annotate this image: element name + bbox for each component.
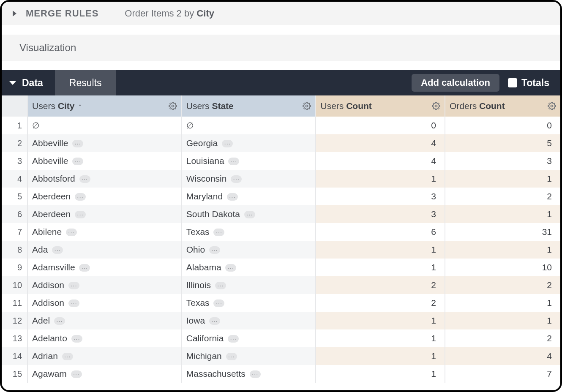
cell-city[interactable]: Abbeville ··· (27, 152, 182, 170)
cell-orders-count[interactable]: 31 (445, 223, 560, 241)
merge-rules-header[interactable]: MERGE RULES Order Items 2 by City (2, 2, 560, 25)
drill-pill-icon[interactable]: ··· (66, 229, 77, 236)
drill-pill-icon[interactable]: ··· (72, 158, 83, 165)
cell-orders-count[interactable]: 2 (445, 329, 560, 347)
cell-city[interactable]: Addison ··· (27, 294, 182, 312)
cell-orders-count[interactable]: 4 (445, 347, 560, 365)
cell-city[interactable]: Abbeville ··· (27, 134, 182, 152)
cell-city[interactable]: Adelanto ··· (27, 329, 182, 347)
cell-state[interactable]: Louisiana ··· (182, 152, 316, 170)
gear-icon[interactable] (169, 102, 177, 110)
cell-city[interactable]: Aberdeen ··· (27, 188, 182, 205)
drill-pill-icon[interactable]: ··· (226, 353, 237, 360)
cell-state[interactable]: Georgia ··· (182, 134, 316, 152)
cell-orders-count[interactable]: 5 (445, 134, 560, 152)
cell-users-count[interactable]: 2 (316, 276, 445, 294)
drill-pill-icon[interactable]: ··· (54, 317, 65, 325)
gear-icon[interactable] (548, 102, 556, 110)
cell-users-count[interactable]: 1 (316, 170, 445, 188)
drill-pill-icon[interactable]: ··· (209, 317, 220, 325)
cell-orders-count[interactable]: 2 (445, 188, 560, 205)
drill-pill-icon[interactable]: ··· (225, 264, 236, 272)
cell-orders-count[interactable]: 2 (445, 276, 560, 294)
cell-state[interactable]: Texas ··· (182, 294, 316, 312)
cell-state[interactable]: California ··· (182, 329, 316, 347)
drill-pill-icon[interactable]: ··· (72, 140, 83, 147)
drill-pill-icon[interactable]: ··· (231, 175, 242, 183)
cell-orders-count[interactable]: 0 (445, 117, 560, 134)
cell-city[interactable]: Agawam ··· (27, 365, 182, 383)
visualization-header[interactable]: Visualization (2, 35, 560, 61)
drill-pill-icon[interactable]: ··· (75, 193, 86, 201)
drill-pill-icon[interactable]: ··· (71, 335, 82, 343)
cell-users-count[interactable]: 3 (316, 188, 445, 205)
drill-pill-icon[interactable]: ··· (79, 264, 90, 272)
cell-city[interactable]: Adamsville ··· (27, 259, 182, 276)
cell-users-count[interactable]: 4 (316, 134, 445, 152)
gear-icon[interactable] (432, 102, 440, 110)
col-header-orders-count[interactable]: Orders Count (445, 95, 560, 117)
cell-city[interactable]: Adrian ··· (27, 347, 182, 365)
cell-city[interactable]: Adel ··· (27, 312, 182, 329)
cell-state[interactable]: Iowa ··· (182, 312, 316, 329)
drill-pill-icon[interactable]: ··· (75, 211, 86, 218)
cell-users-count[interactable]: 1 (316, 347, 445, 365)
cell-users-count[interactable]: 1 (316, 312, 445, 329)
cell-state[interactable]: Michigan ··· (182, 347, 316, 365)
drill-pill-icon[interactable]: ··· (228, 335, 239, 343)
col-header-users-count[interactable]: Users Count (316, 95, 445, 117)
cell-city[interactable]: Addison ··· (27, 276, 182, 294)
drill-pill-icon[interactable]: ··· (227, 193, 238, 201)
drill-pill-icon[interactable]: ··· (213, 229, 224, 236)
tab-data[interactable]: Data (2, 70, 55, 95)
drill-pill-icon[interactable]: ··· (71, 370, 82, 378)
drill-pill-icon[interactable]: ··· (68, 282, 79, 289)
col-header-state[interactable]: Users State (182, 95, 316, 117)
cell-city[interactable]: Abilene ··· (27, 223, 182, 241)
cell-users-count[interactable]: 4 (316, 152, 445, 170)
drill-pill-icon[interactable]: ··· (215, 282, 226, 289)
gear-icon[interactable] (303, 102, 311, 110)
cell-users-count[interactable]: 6 (316, 223, 445, 241)
drill-pill-icon[interactable]: ··· (62, 353, 73, 360)
cell-state[interactable]: Illinois ··· (182, 276, 316, 294)
cell-users-count[interactable]: 1 (316, 329, 445, 347)
cell-state[interactable]: Alabama ··· (182, 259, 316, 276)
cell-orders-count[interactable]: 10 (445, 259, 560, 276)
drill-pill-icon[interactable]: ··· (213, 299, 224, 307)
tab-results[interactable]: Results (55, 70, 116, 95)
totals-toggle[interactable]: Totals (504, 70, 560, 95)
cell-orders-count[interactable]: 1 (445, 294, 560, 312)
cell-state[interactable]: Massachusetts ··· (182, 365, 316, 383)
add-calculation-button[interactable]: Add calculation (412, 74, 499, 92)
cell-users-count[interactable]: 3 (316, 205, 445, 223)
cell-users-count[interactable]: 1 (316, 365, 445, 383)
totals-checkbox[interactable] (508, 78, 517, 87)
drill-pill-icon[interactable]: ··· (68, 299, 79, 307)
drill-pill-icon[interactable]: ··· (52, 246, 63, 254)
cell-state[interactable]: Ohio ··· (182, 241, 316, 259)
cell-state[interactable]: Maryland ··· (182, 188, 316, 205)
cell-city[interactable]: ∅ (27, 117, 182, 134)
cell-users-count[interactable]: 1 (316, 259, 445, 276)
cell-state[interactable]: South Dakota ··· (182, 205, 316, 223)
cell-orders-count[interactable]: 7 (445, 365, 560, 383)
cell-state[interactable]: Texas ··· (182, 223, 316, 241)
cell-orders-count[interactable]: 1 (445, 205, 560, 223)
cell-city[interactable]: Aberdeen ··· (27, 205, 182, 223)
cell-orders-count[interactable]: 1 (445, 312, 560, 329)
drill-pill-icon[interactable]: ··· (244, 211, 255, 218)
col-header-city[interactable]: Users City ↑ (27, 95, 182, 117)
cell-state[interactable]: Wisconsin ··· (182, 170, 316, 188)
cell-orders-count[interactable]: 1 (445, 170, 560, 188)
cell-city[interactable]: Abbotsford ··· (27, 170, 182, 188)
cell-users-count[interactable]: 2 (316, 294, 445, 312)
cell-orders-count[interactable]: 1 (445, 241, 560, 259)
cell-users-count[interactable]: 0 (316, 117, 445, 134)
drill-pill-icon[interactable]: ··· (222, 140, 233, 147)
cell-users-count[interactable]: 1 (316, 241, 445, 259)
cell-state[interactable]: ∅ (182, 117, 316, 134)
drill-pill-icon[interactable]: ··· (209, 246, 220, 254)
drill-pill-icon[interactable]: ··· (250, 370, 261, 378)
cell-orders-count[interactable]: 3 (445, 152, 560, 170)
